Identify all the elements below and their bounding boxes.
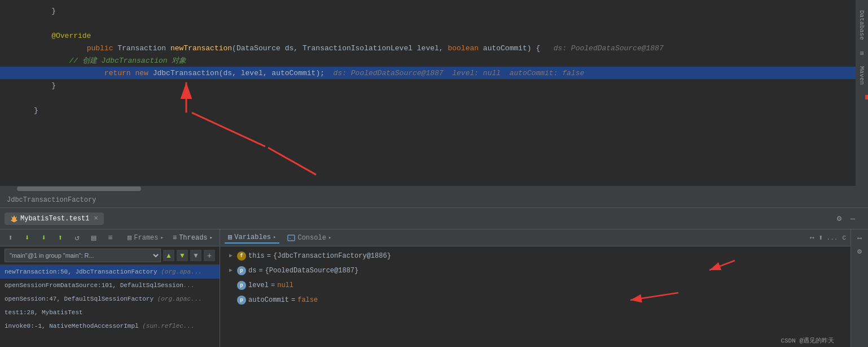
thread-down-btn[interactable]: ▼	[177, 250, 188, 261]
scrollbar-thumb[interactable]	[17, 186, 141, 191]
thread-filter-btn[interactable]: ▼	[190, 250, 201, 261]
var-value: {PooledDataSource@1887}	[265, 265, 359, 276]
code-text	[34, 94, 38, 102]
variables-panel: ▤ Variables ▸ >_ Console ▸ ⟷ ⬆ ... C	[220, 229, 851, 347]
code-line: }	[0, 104, 868, 116]
expand-icon[interactable]: ▶	[229, 250, 237, 262]
layout-icon[interactable]: ⟷	[853, 232, 866, 244]
code-line: public Transaction newTransaction(DataSo…	[0, 42, 868, 54]
variables-tab[interactable]: ▤ Variables ▸	[225, 232, 279, 244]
svg-text:>_: >_	[289, 237, 293, 241]
code-line	[0, 116, 868, 162]
run-to-cursor-icon[interactable]: ↺	[71, 232, 83, 244]
var-name: autoCommit	[248, 294, 289, 306]
frames-list: newTransaction:50, JdbcTransactionFactor…	[0, 265, 220, 347]
variable-level[interactable]: ▶ p level = null	[220, 278, 851, 293]
console-icon: >_	[287, 234, 295, 242]
sidebar-tab-database[interactable]: Database	[857, 2, 867, 47]
variables-tab-label: Variables	[234, 233, 271, 241]
frame-item[interactable]: openSessionFromDataSource:101, DefaultSq…	[0, 279, 220, 292]
console-tab-arrow: ▸	[328, 235, 331, 241]
vars-right-actions: ⟷ ⬆ ... C	[809, 232, 846, 244]
step-into-icon[interactable]: ⬇	[38, 232, 50, 244]
code-text: }	[34, 7, 56, 15]
variables-tab-arrow: ▸	[273, 234, 276, 240]
code-line-highlighted: return new JdbcTransaction(ds, level, au…	[0, 67, 868, 79]
code-line	[0, 17, 868, 29]
threads-tab-label: Threads	[179, 234, 207, 242]
svg-marker-4	[11, 215, 17, 222]
vars-collapse-icon[interactable]: C	[842, 235, 846, 241]
thread-dropdown[interactable]: "main"@1 in group "main": R...	[5, 249, 161, 262]
code-line	[0, 92, 868, 104]
frames-tab-label: Frames	[134, 234, 158, 242]
autocommit-arrow	[625, 290, 681, 304]
breadcrumb-class-name: JdbcTransactionFactory	[7, 196, 96, 204]
sidebar-tab-m[interactable]: m	[857, 47, 867, 59]
field-icon: f	[237, 251, 246, 261]
vars-ellipsis[interactable]: ...	[827, 235, 838, 241]
debug-toolbar: MybatisTest.test1 × ⚙ —	[0, 208, 868, 229]
vars-settings-icon[interactable]: ⟷	[809, 233, 816, 242]
svg-line-8	[709, 261, 735, 270]
frame-item[interactable]: newTransaction:50, JdbcTransactionFactor…	[0, 265, 220, 279]
svg-line-10	[630, 293, 678, 300]
console-tab[interactable]: >_ Console ▸	[284, 233, 335, 243]
var-value: false	[297, 294, 318, 306]
frame-item[interactable]: invoke0:-1, NativeMethodAccessorImpl (su…	[0, 319, 220, 333]
bottom-pane: ⬆ ⬇ ⬇ ⬆ ↺ ▤ ≡ ▤ Frames ▸ ≡ Threads ▸ "ma…	[0, 229, 868, 347]
ds-arrow	[704, 258, 738, 275]
variables-panel-header: ▤ Variables ▸ >_ Console ▸ ⟷ ⬆ ... C	[220, 229, 851, 246]
evaluate-icon[interactable]: ▤	[87, 232, 99, 244]
debug-session-tab[interactable]: MybatisTest.test1 ×	[5, 212, 104, 225]
step-out-icon[interactable]: ⬆	[54, 232, 66, 244]
param-icon: p	[237, 296, 246, 305]
debug-toolbar-icons: ⚙ —	[833, 212, 859, 225]
code-text	[34, 19, 38, 28]
code-line: }	[0, 5, 868, 17]
var-value: {JdbcTransactionFactory@1886}	[273, 250, 391, 262]
vars-expand-icon[interactable]: ⬆	[817, 232, 824, 244]
class-breadcrumb: JdbcTransactionFactory	[0, 192, 868, 208]
fire-icon	[10, 215, 18, 223]
sidebar-tab-maven[interactable]: Maven	[857, 59, 867, 93]
minimize-button[interactable]: —	[847, 212, 859, 225]
add-frame-btn[interactable]: +	[204, 250, 215, 261]
csdn-watermark: CSDN @遇见的昨天	[781, 336, 834, 345]
trace-icon[interactable]: ≡	[104, 232, 116, 244]
variables-tab-icon: ▤	[228, 233, 232, 241]
settings-button[interactable]: ⚙	[833, 212, 845, 225]
frames-panel-header: ⬆ ⬇ ⬇ ⬆ ↺ ▤ ≡ ▤ Frames ▸ ≡ Threads ▸	[0, 229, 220, 246]
variable-this[interactable]: ▶ f this = {JdbcTransactionFactory@1886}	[220, 249, 851, 263]
step-over-icon[interactable]: ⬇	[21, 232, 33, 244]
code-editor: } @Override public Transaction newTransa…	[0, 0, 868, 192]
threads-arrow-icon: ▸	[210, 235, 213, 241]
frames-panel: ⬆ ⬇ ⬇ ⬆ ↺ ▤ ≡ ▤ Frames ▸ ≡ Threads ▸ "ma…	[0, 229, 220, 347]
frame-item[interactable]: test1:28, MybatisTest	[0, 306, 220, 319]
var-name: ds	[248, 265, 256, 276]
frames-arrow-icon: ▸	[161, 235, 164, 241]
restore-frame-icon[interactable]: ⬆	[5, 232, 16, 244]
param-icon: p	[237, 281, 246, 290]
threads-tab[interactable]: ≡ Threads ▸	[170, 233, 215, 243]
threads-tab-icon: ≡	[173, 234, 177, 242]
var-value: null	[277, 280, 293, 291]
var-name: level	[248, 280, 269, 291]
settings-icon[interactable]: ⚙	[853, 245, 866, 258]
frame-item[interactable]: openSession:47, DefaultSqlSessionFactory…	[0, 292, 220, 306]
code-line: }	[0, 79, 868, 92]
frames-tab-icon: ▤	[128, 233, 131, 242]
horizontal-scrollbar[interactable]	[0, 186, 856, 192]
variable-autocommit[interactable]: ▶ p autoCommit = false	[220, 293, 851, 307]
right-panel-icons: ⟷ ⚙	[851, 229, 868, 347]
code-text: }	[34, 81, 56, 90]
variables-list: ▶ f this = {JdbcTransactionFactory@1886}…	[220, 246, 851, 347]
code-text: }	[34, 106, 38, 115]
debug-tab-label: MybatisTest.test1	[20, 215, 89, 223]
var-name: this	[248, 250, 265, 262]
debug-tab-close[interactable]: ×	[94, 215, 98, 223]
expand-icon[interactable]: ▶	[229, 265, 237, 276]
frames-tab[interactable]: ▤ Frames ▸	[125, 232, 166, 243]
variable-ds[interactable]: ▶ p ds = {PooledDataSource@1887}	[220, 263, 851, 278]
thread-up-btn[interactable]: ▲	[163, 250, 174, 261]
